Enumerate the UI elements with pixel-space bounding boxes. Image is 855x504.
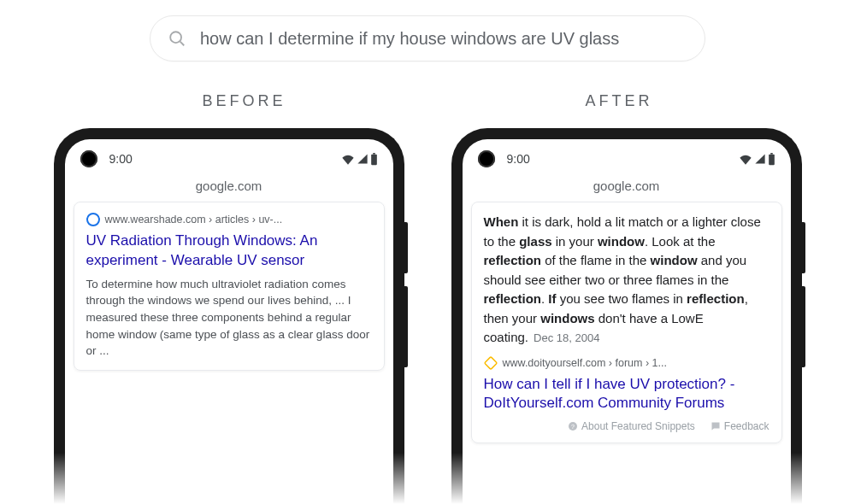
phone-side-button — [404, 222, 408, 273]
result-breadcrumb: www.wearshade.com › articles › uv-... — [86, 213, 372, 226]
after-label: AFTER — [586, 92, 653, 110]
result-breadcrumb: www.doityourself.com › forum › 1... — [484, 356, 770, 370]
svg-line-1 — [180, 42, 185, 46]
url-bar: google.com — [65, 179, 393, 200]
comparison-labels: BEFORE AFTER — [0, 92, 855, 110]
featured-date: Dec 18, 2004 — [534, 331, 599, 344]
status-time: 9:00 — [507, 152, 530, 166]
status-time: 9:00 — [109, 152, 133, 166]
feedback-link[interactable]: Feedback — [711, 420, 770, 432]
result-title-link[interactable]: UV Radiation Through Windows: An experim… — [86, 231, 372, 271]
favicon-icon — [484, 356, 498, 370]
svg-rect-5 — [770, 153, 773, 155]
result-title-link[interactable]: How can I tell if I have UV protection? … — [484, 375, 770, 414]
featured-snippet-text: When it is dark, hold a lit match or a l… — [484, 213, 770, 348]
feedback-icon — [711, 421, 721, 431]
search-bar[interactable]: how can I determine if my house windows … — [150, 15, 705, 62]
battery-icon — [370, 153, 378, 166]
about-featured-snippets-link[interactable]: ? About Featured Snippets — [568, 420, 695, 432]
phone-before: 9:00 google.com www.wearshade.com › arti… — [54, 128, 404, 504]
camera-hole — [80, 150, 97, 167]
svg-rect-3 — [373, 153, 375, 155]
wifi-icon — [341, 153, 355, 165]
search-icon — [168, 29, 186, 48]
help-icon: ? — [568, 421, 578, 431]
phone-side-button — [404, 286, 408, 367]
status-bar: 9:00 — [463, 139, 791, 179]
camera-hole — [478, 150, 495, 167]
phone-side-button — [802, 222, 805, 273]
phone-side-button — [802, 286, 805, 367]
search-result-card[interactable]: www.wearshade.com › articles › uv-... UV… — [74, 202, 385, 371]
result-snippet: To determine how much ultraviolet radiat… — [86, 276, 372, 360]
phone-after: 9:00 google.com When it is dark, hold a … — [451, 128, 802, 504]
signal-icon — [357, 153, 369, 165]
url-bar: google.com — [463, 179, 791, 200]
svg-point-0 — [170, 32, 181, 43]
search-query: how can I determine if my house windows … — [200, 29, 619, 49]
favicon-icon — [86, 213, 100, 226]
signal-icon — [754, 153, 766, 165]
svg-rect-2 — [371, 154, 377, 165]
battery-icon — [768, 153, 775, 166]
before-label: BEFORE — [202, 92, 286, 110]
svg-rect-4 — [769, 154, 775, 165]
featured-snippet-card[interactable]: When it is dark, hold a lit match or a l… — [471, 202, 782, 443]
status-bar: 9:00 — [65, 139, 393, 179]
svg-text:?: ? — [571, 424, 575, 430]
wifi-icon — [739, 153, 752, 165]
